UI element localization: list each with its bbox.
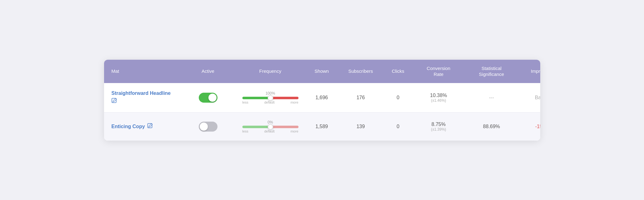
header-frequency: Frequency (236, 68, 305, 74)
toggle-row2[interactable] (199, 122, 217, 132)
slider-labels-row1: less default more (242, 100, 298, 104)
slider-knob-row2 (268, 124, 273, 130)
subscribers-row2: 139 (339, 124, 383, 129)
header-improvement: Improvement (520, 68, 540, 74)
toggle-row1[interactable] (199, 93, 217, 103)
header-stat-sig: Statistical Significance (464, 65, 520, 77)
header-clicks: Clicks (383, 68, 414, 74)
table-body: Straightforward Headline 100% (104, 83, 540, 141)
toggle-knob-row2 (200, 123, 208, 131)
improvement-row1: Baseline (520, 95, 540, 100)
conversion-row2: 8.75% (±1.39%) (414, 122, 464, 132)
stat-sig-row1: --- (464, 95, 520, 100)
slider-right-row2 (270, 126, 298, 128)
header-shown: Shown (305, 68, 339, 74)
svg-rect-1 (148, 123, 152, 128)
shown-row2: 1,589 (305, 124, 339, 129)
toggle-knob-row1 (208, 94, 217, 102)
stat-sig-row2: 88.69% (464, 124, 520, 129)
slider-left-row1 (242, 97, 270, 99)
edit-icon-row2[interactable] (147, 123, 153, 130)
slider-knob-row1 (268, 95, 273, 101)
mat-name-row1: Straightforward Headline (112, 91, 180, 105)
frequency-pct-row1: 100% (265, 91, 275, 95)
frequency-pct-row2: 0% (268, 120, 273, 124)
header-active: Active (180, 68, 236, 74)
toggle-wrapper-row1 (180, 93, 236, 103)
table-row: Enticing Copy 0% (104, 113, 540, 141)
frequency-row1: 100% less default more (236, 91, 305, 104)
conversion-row1: 10.38% (±1.46%) (414, 93, 464, 103)
slider-labels-row2: less default more (242, 129, 298, 133)
clicks-row1: 0 (383, 95, 414, 100)
header-subscribers: Subscribers (339, 68, 383, 74)
ab-test-table: Mat Active Frequency Shown Subscribers C… (104, 60, 540, 141)
slider-right-row1 (270, 97, 298, 99)
slider-track-row2[interactable] (242, 126, 298, 128)
header-mat: Mat (112, 68, 180, 74)
table-row: Straightforward Headline 100% (104, 83, 540, 113)
frequency-row2: 0% less default more (236, 120, 305, 133)
header-conversion-rate: Conversion Rate (414, 65, 464, 77)
slider-left-row2 (242, 126, 270, 128)
edit-icon-row1[interactable] (112, 98, 180, 105)
shown-row1: 1,696 (305, 95, 339, 100)
toggle-wrapper-row2 (180, 122, 236, 132)
table-header: Mat Active Frequency Shown Subscribers C… (104, 60, 540, 83)
slider-track-row1[interactable] (242, 97, 298, 99)
clicks-row2: 0 (383, 124, 414, 129)
mat-name-row2: Enticing Copy (112, 123, 180, 130)
subscribers-row1: 176 (339, 95, 383, 100)
svg-rect-0 (112, 98, 116, 103)
improvement-row2: -15.70% (520, 124, 540, 129)
